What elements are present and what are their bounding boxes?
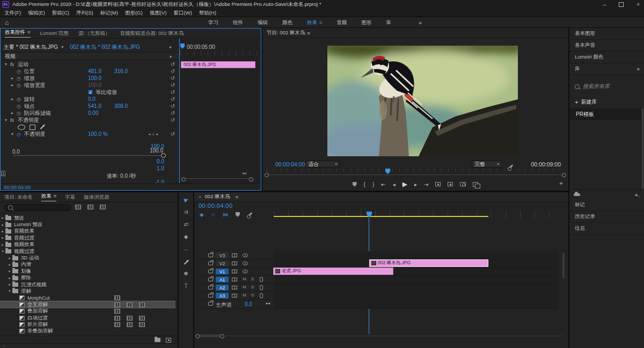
add-panel-plus[interactable]: +. xyxy=(635,192,640,198)
add-marker-icon[interactable] xyxy=(353,182,357,187)
panel-menu-icon[interactable]: ≡ xyxy=(636,66,640,72)
reset-icon[interactable]: ↺ xyxy=(171,89,175,95)
source-patch-icon[interactable] xyxy=(232,286,237,289)
sidebar-panel-3[interactable]: Lumetri 颜色 xyxy=(569,52,644,63)
zoom-handle-left[interactable] xyxy=(195,334,200,338)
sidebar-bottom-panel-2[interactable]: 历史记录 xyxy=(569,211,644,223)
antiflicker-value[interactable]: 0.00 xyxy=(88,110,98,116)
solo-button[interactable]: S xyxy=(251,285,254,289)
source-patch-icon[interactable] xyxy=(232,262,237,265)
scroll-handle-right[interactable] xyxy=(562,173,566,177)
tab-captions[interactable]: 字幕 xyxy=(65,194,75,201)
effects-tree-item[interactable]: 交叉溶解 xyxy=(0,301,175,308)
effects-tree-item[interactable]: ▸划像 xyxy=(0,268,175,274)
chevron-right-icon[interactable]: ▸ xyxy=(0,243,5,247)
master-volume-value[interactable]: 0.0 xyxy=(245,301,252,307)
track-name-a2[interactable]: A2 xyxy=(216,285,229,291)
reset-icon[interactable]: ↺ xyxy=(171,103,175,109)
effect-opacity-row[interactable]: ▾ fx 不透明度 ↺ xyxy=(1,117,179,124)
timeline-timecode[interactable]: 00:00:04:00 xyxy=(199,202,233,209)
keyframe-nav-icons[interactable]: ◂◇▸ xyxy=(149,132,160,136)
workspace-tab-1[interactable]: 学习 xyxy=(208,19,218,26)
keyframe-nav-icon[interactable]: ▸◂ xyxy=(266,301,270,306)
chevron-down-icon[interactable]: ▾ xyxy=(61,45,67,49)
panel-menu-icon[interactable]: ≡ xyxy=(319,20,322,25)
lock-icon[interactable] xyxy=(208,278,213,281)
reset-icon[interactable]: ↺ xyxy=(171,131,175,137)
sidebar-panel-1[interactable]: 基本图形 xyxy=(569,28,644,40)
lock-icon[interactable] xyxy=(208,286,213,289)
effects-tree-item[interactable]: ▾视频过渡 xyxy=(0,248,175,255)
menu-item[interactable]: 序列(S) xyxy=(76,10,93,17)
workspace-tab-5[interactable]: 效果≡ xyxy=(307,19,322,26)
ripple-edit-tool[interactable]: ⇄ xyxy=(184,221,188,227)
linked-selection-icon[interactable]: ⋈ xyxy=(223,212,228,218)
chevron-right-icon[interactable]: ▸ xyxy=(7,276,12,280)
opacity-slider-handle[interactable] xyxy=(161,153,166,158)
mini-timeline-scrollbar[interactable] xyxy=(181,177,253,180)
play-button-icon[interactable]: ▶ xyxy=(402,180,407,188)
timeline-horizontal-scrollbar[interactable] xyxy=(195,334,566,338)
effects-tree-item[interactable]: 白场过渡 xyxy=(0,315,175,321)
menu-item[interactable]: 窗口(W) xyxy=(173,10,192,17)
chevron-down-icon[interactable]: ▾ xyxy=(0,249,5,253)
lock-icon[interactable] xyxy=(208,294,213,298)
zoom-handle-right[interactable] xyxy=(220,334,224,338)
anchor-x-value[interactable]: 541.0 xyxy=(88,103,101,109)
selection-tool[interactable]: ▶ xyxy=(183,196,189,203)
effects-tree-item[interactable]: ▸视频效果 xyxy=(0,242,175,248)
sequence-clip-label[interactable]: 002 啄木鸟 * 002 啄木鸟.JPG xyxy=(70,44,140,51)
effects-tree-item[interactable]: MorphCut xyxy=(0,295,175,301)
scroll-handle-left[interactable] xyxy=(265,173,269,177)
sidebar-bottom-panel-3[interactable]: 信息 xyxy=(569,223,644,235)
chevron-right-icon[interactable]: ▸ xyxy=(0,223,5,227)
yuv-effects-filter-icon[interactable] xyxy=(100,205,106,209)
voiceover-mic-icon[interactable] xyxy=(260,293,263,298)
track-select-tool[interactable]: ⇉ xyxy=(184,209,188,215)
effects-tree-item[interactable]: 叠加溶解 xyxy=(0,308,175,314)
reset-icon[interactable]: ↺ xyxy=(171,110,175,116)
timeline-tab[interactable]: × 002 啄木鸟 ≡ xyxy=(194,192,568,202)
tab-lumetri-scopes[interactable]: Lumetri 范围 xyxy=(40,30,69,37)
stopwatch-icon[interactable]: ◷ xyxy=(17,76,21,81)
lift-icon[interactable] xyxy=(435,182,441,186)
chevron-down-icon[interactable]: ▾ xyxy=(11,132,17,136)
param-scale-row[interactable]: ▸◷ 缩放 100.0 ↺ xyxy=(1,75,179,82)
master-clip-label[interactable]: 主要 * 002 啄木鸟.JPG xyxy=(4,44,58,51)
mini-clip-bar[interactable]: 002 啄木鸟.JPG xyxy=(181,61,255,68)
mini-playhead-icon[interactable] xyxy=(180,44,185,49)
param-opacity-row[interactable]: ▾◷ 不透明度 100.0 % ◂◇▸ ↺ xyxy=(1,130,179,137)
step-back-icon[interactable]: ◂ xyxy=(393,182,396,187)
chevron-right-icon[interactable]: ▸ xyxy=(11,97,17,102)
effects-tree-item[interactable]: 胶片溶解 xyxy=(0,321,175,328)
library-search[interactable]: 搜索所有库 xyxy=(569,82,644,91)
stopwatch-icon[interactable]: ◷ xyxy=(17,132,21,137)
panel-menu-icon[interactable]: ≡ xyxy=(54,193,57,199)
panel-menu-icon[interactable]: ≡ xyxy=(27,29,31,35)
extract-icon[interactable] xyxy=(448,182,453,186)
tab-media-browser[interactable]: 媒体浏览器 xyxy=(84,194,109,201)
chevron-right-icon[interactable]: ▸ xyxy=(11,76,17,81)
effects-search-input[interactable] xyxy=(4,204,71,211)
solo-button[interactable]: S xyxy=(251,277,254,281)
lock-icon[interactable] xyxy=(208,302,213,306)
add-marker-icon[interactable] xyxy=(236,212,240,217)
rect-mask-icon[interactable] xyxy=(30,125,35,130)
source-patch-icon[interactable] xyxy=(232,253,237,257)
voiceover-mic-icon[interactable] xyxy=(260,277,263,282)
rotation-value[interactable]: 0.0 xyxy=(88,96,96,102)
accelerated-effects-filter-icon[interactable] xyxy=(75,205,81,209)
position-x-value[interactable]: 481.0 xyxy=(88,68,101,74)
effects-tree-item[interactable]: ▸预设 xyxy=(0,215,175,221)
effects-tree-item[interactable]: ▸音频效果 xyxy=(0,228,175,235)
menu-item[interactable]: 剪辑(C) xyxy=(52,10,69,17)
ellipse-mask-icon[interactable] xyxy=(18,125,25,130)
track-output-eye-icon[interactable] xyxy=(243,270,248,273)
keyframe-box-icon[interactable] xyxy=(1,171,5,176)
track-output-eye-icon[interactable] xyxy=(243,262,248,265)
chevron-right-icon[interactable]: ▸ xyxy=(11,111,17,115)
workspace-overflow-chevron[interactable]: » xyxy=(419,19,422,26)
reset-icon[interactable]: ↺ xyxy=(171,96,175,102)
source-patch-icon[interactable] xyxy=(232,294,237,298)
chevron-right-icon[interactable]: ▸ xyxy=(7,256,12,260)
